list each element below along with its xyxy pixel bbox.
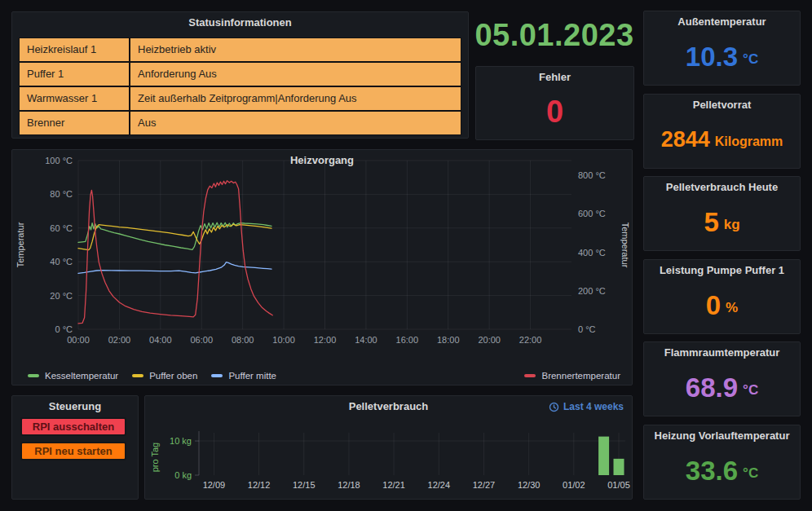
svg-text:12/27: 12/27 — [473, 480, 496, 490]
svg-text:12/21: 12/21 — [382, 480, 405, 490]
stat-aussentemperatur: Außentemperatur 10.3 °C — [643, 11, 801, 86]
rpi-restart-button[interactable]: RPI neu starten — [20, 442, 126, 460]
stat-unit: °C — [743, 465, 758, 482]
stat-title: Leistung Pumpe Puffer 1 — [644, 260, 800, 281]
legend-swatch — [211, 374, 223, 377]
svg-text:pro Tag: pro Tag — [150, 443, 160, 473]
pelletverbrauch-chart: 12/0912/1212/1512/1812/2112/2412/2712/30… — [145, 396, 632, 499]
svg-text:16:00: 16:00 — [396, 335, 419, 345]
svg-text:20:00: 20:00 — [478, 335, 501, 345]
svg-text:12/12: 12/12 — [248, 480, 271, 490]
svg-text:400 °C: 400 °C — [578, 248, 606, 258]
svg-text:02:00: 02:00 — [108, 335, 131, 345]
heizvorgang-legend: Kesseltemperatur Puffer oben Puffer mitt… — [28, 371, 620, 381]
stat-unit: kg — [724, 217, 740, 233]
svg-text:600 °C: 600 °C — [578, 209, 606, 218]
status-row-value: Aus — [130, 112, 461, 134]
fehler-panel: Fehler 0 — [475, 66, 634, 140]
svg-text:06:00: 06:00 — [190, 335, 213, 345]
stat-title: Pelletverbrauch Heute — [644, 177, 800, 198]
legend-label: Kesseltemperatur — [45, 371, 118, 381]
stat-value: 68.9 — [686, 374, 738, 401]
legend-label: Puffer oben — [149, 371, 197, 381]
svg-text:12/09: 12/09 — [203, 480, 226, 490]
stat-value: 10.3 — [686, 43, 738, 70]
stat-title: Pelletvorrat — [644, 95, 800, 116]
legend-item-puffer-mitte[interactable]: Puffer mitte — [211, 371, 276, 381]
svg-text:12/18: 12/18 — [338, 480, 360, 490]
svg-text:14:00: 14:00 — [355, 335, 377, 345]
status-row-label: Puffer 1 — [20, 63, 129, 86]
svg-text:04:00: 04:00 — [149, 335, 172, 345]
pelletverbrauch-panel: Pelletverbrauch Last 4 weeks 12/0912/121… — [144, 395, 633, 500]
svg-text:0 kg: 0 kg — [174, 470, 192, 480]
stat-value: 5 — [704, 209, 718, 236]
svg-text:0 °C: 0 °C — [578, 324, 596, 334]
status-row-label: Heizkreislauf 1 — [20, 38, 129, 61]
stat-value: 0 — [706, 292, 721, 319]
legend-label: Brennertemperatur — [541, 371, 620, 381]
steuerung-panel: Steuerung RPI ausschalten RPI neu starte… — [11, 395, 139, 500]
grafana-dashboard: Statusinformationen Heizkreislauf 1 Heiz… — [0, 0, 812, 511]
legend-item-brennertemperatur[interactable]: Brennertemperatur — [524, 371, 620, 381]
stat-pelletverbrauch-heute: Pelletverbrauch Heute 5 kg — [643, 176, 801, 251]
svg-text:Temperatur: Temperatur — [15, 222, 25, 267]
svg-text:12/30: 12/30 — [518, 480, 541, 490]
steuerung-title: Steuerung — [12, 396, 138, 417]
svg-text:12:00: 12:00 — [314, 335, 337, 345]
status-row-label: Warmwasser 1 — [20, 87, 129, 110]
svg-text:Temperatur: Temperatur — [620, 222, 630, 268]
svg-text:01/05: 01/05 — [607, 480, 630, 490]
date-panel: 05.01.2023 — [474, 8, 635, 62]
heizvorgang-panel: Heizvorgang 00:0002:0004:0006:0008:0010:… — [11, 149, 633, 385]
rpi-shutdown-button[interactable]: RPI ausschalten — [20, 417, 126, 436]
svg-text:100 °C: 100 °C — [45, 156, 73, 165]
stat-title: Flammraumtemperatur — [644, 342, 800, 363]
svg-text:08:00: 08:00 — [232, 335, 254, 345]
svg-text:40 °C: 40 °C — [50, 257, 73, 267]
current-date: 05.01.2023 — [474, 18, 633, 53]
legend-swatch — [28, 374, 39, 377]
fehler-value: 0 — [546, 95, 563, 130]
svg-text:18:00: 18:00 — [437, 335, 460, 345]
svg-text:200 °C: 200 °C — [578, 286, 606, 296]
status-panel: Statusinformationen Heizkreislauf 1 Heiz… — [11, 11, 469, 139]
stat-pelletvorrat: Pelletvorrat 2844 Kilogramm — [643, 94, 801, 169]
stat-leistung-pumpe: Leistung Pumpe Puffer 1 0 % — [643, 259, 801, 334]
svg-text:60 °C: 60 °C — [50, 223, 73, 233]
svg-text:12/15: 12/15 — [293, 480, 316, 490]
status-panel-title: Statusinformationen — [12, 12, 468, 33]
legend-item-puffer-oben[interactable]: Puffer oben — [132, 371, 197, 381]
svg-text:00:00: 00:00 — [67, 335, 90, 345]
stat-title: Heizung Vorlauftemperatur — [644, 425, 800, 447]
status-row-value: Anforderung Aus — [130, 63, 461, 86]
svg-text:12/24: 12/24 — [428, 480, 451, 490]
svg-text:800 °C: 800 °C — [578, 170, 606, 180]
legend-label: Puffer mitte — [228, 371, 276, 381]
status-row-value: Zeit außerhalb Zeitprogramm|Anforderung … — [130, 87, 461, 110]
stat-unit: °C — [743, 51, 758, 68]
fehler-panel-title: Fehler — [476, 67, 633, 88]
legend-item-kesseltemperatur[interactable]: Kesseltemperatur — [28, 371, 118, 381]
svg-text:10:00: 10:00 — [272, 335, 295, 345]
status-row-value: Heizbetrieb aktiv — [130, 38, 461, 61]
status-table: Heizkreislauf 1 Heizbetrieb aktiv Puffer… — [19, 37, 461, 135]
stat-title: Außentemperatur — [644, 11, 800, 33]
stat-value: 33.6 — [686, 457, 738, 484]
legend-swatch — [524, 374, 536, 377]
legend-swatch — [132, 374, 143, 377]
svg-text:0 °C: 0 °C — [55, 324, 73, 334]
stat-flammraumtemperatur: Flammraumtemperatur 68.9 °C — [643, 341, 801, 416]
svg-text:20 °C: 20 °C — [50, 291, 73, 301]
svg-text:10 kg: 10 kg — [170, 436, 192, 446]
stat-unit: °C — [743, 382, 758, 399]
stat-unit: % — [726, 300, 738, 316]
svg-text:80 °C: 80 °C — [50, 189, 73, 199]
status-row-label: Brenner — [20, 112, 129, 134]
svg-text:01/02: 01/02 — [563, 480, 585, 490]
stat-heizung-vorlauftemperatur: Heizung Vorlauftemperatur 33.6 °C — [643, 425, 801, 500]
heizvorgang-chart: 00:0002:0004:0006:0008:0010:0012:0014:00… — [12, 150, 632, 363]
stat-unit: Kilogramm — [715, 134, 783, 149]
svg-text:22:00: 22:00 — [519, 335, 542, 345]
stat-value: 2844 — [661, 129, 710, 151]
